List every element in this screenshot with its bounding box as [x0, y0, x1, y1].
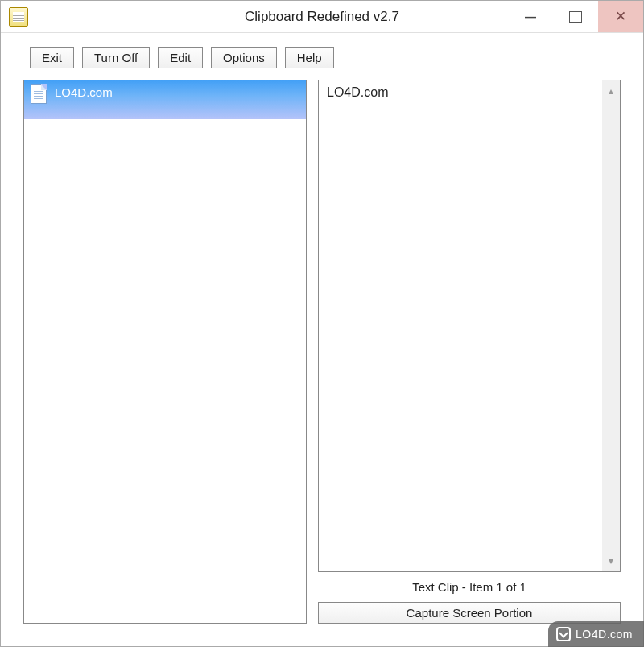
client-area: Exit Turn Off Edit Options Help LO4D.com…	[1, 33, 643, 646]
watermark-text: LO4D.com	[576, 628, 633, 641]
preview-box: LO4D.com ▴ ▾	[318, 80, 621, 572]
left-column: LO4D.com	[23, 80, 307, 624]
preview-text[interactable]: LO4D.com	[319, 80, 602, 571]
text-clip-icon	[31, 84, 47, 104]
preview-frame: LO4D.com ▴ ▾ Text Clip - Item 1 of 1 Cap…	[318, 80, 621, 624]
edit-button[interactable]: Edit	[158, 47, 203, 68]
scroll-up-icon[interactable]: ▴	[609, 85, 613, 97]
toolbar: Exit Turn Off Edit Options Help	[23, 33, 621, 80]
minimize-button[interactable]: —	[508, 1, 553, 32]
clips-list[interactable]: LO4D.com	[23, 80, 307, 624]
turn-off-button[interactable]: Turn Off	[82, 47, 150, 68]
status-label: Text Clip - Item 1 of 1	[318, 572, 621, 602]
app-icon	[9, 7, 28, 27]
preview-scrollbar[interactable]: ▴ ▾	[602, 80, 620, 571]
list-item[interactable]: LO4D.com	[24, 80, 306, 119]
scroll-down-icon[interactable]: ▾	[609, 555, 613, 567]
watermark: LO4D.com	[548, 621, 644, 647]
titlebar[interactable]: Clipboard Redefined v2.7 — ✕	[1, 1, 643, 33]
options-button[interactable]: Options	[211, 47, 277, 68]
panes: LO4D.com LO4D.com ▴ ▾ Text Clip - Item 1…	[23, 80, 621, 624]
exit-button[interactable]: Exit	[30, 47, 74, 68]
download-icon	[556, 627, 571, 641]
help-button[interactable]: Help	[285, 47, 334, 68]
capture-screen-button[interactable]: Capture Screen Portion	[318, 602, 621, 624]
right-column: LO4D.com ▴ ▾ Text Clip - Item 1 of 1 Cap…	[318, 80, 621, 624]
window-controls: — ✕	[508, 1, 643, 32]
app-window: Clipboard Redefined v2.7 — ✕ Exit Turn O…	[0, 0, 644, 647]
list-item-label: LO4D.com	[55, 84, 113, 101]
maximize-button[interactable]	[553, 1, 598, 32]
close-button[interactable]: ✕	[598, 1, 643, 32]
